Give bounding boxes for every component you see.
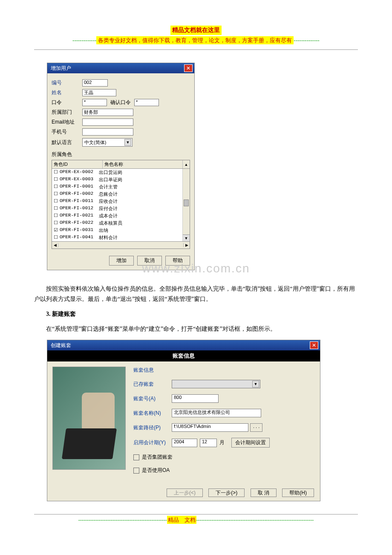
paragraph: 按照实验资料依次输入每位操作员的信息。全部操作员信息输入完毕，单击“取消”按钮，… — [34, 284, 358, 304]
scrollbar[interactable]: ▼ — [182, 169, 190, 241]
header-rule — [34, 49, 358, 50]
titlebar: 增加用户 ✕ — [47, 63, 194, 73]
role-row: ☐OPER-FI-0001会计主管 — [52, 183, 190, 191]
add-button[interactable]: 增加 — [109, 256, 134, 266]
col-role-id: 角色ID — [52, 160, 103, 168]
id-label: 编号 — [52, 79, 82, 87]
name-input[interactable]: 王晶 — [82, 89, 116, 96]
path-label: 账套路径(P) — [133, 424, 172, 431]
doc-header: 精品文档就在这里 -------------各类专业好文档，值得你下载，教育，管… — [34, 26, 358, 44]
oa-label: 是否使用OA — [142, 467, 170, 474]
lang-select[interactable]: 中文(简体)▼ — [82, 138, 133, 147]
dialog-title: 创建账套 — [51, 342, 71, 349]
dept-label: 所属部门 — [52, 109, 82, 116]
role-row: ☐OPER-FI-0041材料会计 — [52, 234, 190, 241]
pwd-input[interactable]: * — [82, 99, 107, 106]
doc-footer: ----------------------------------------… — [34, 514, 358, 524]
period-label: 启用会计期(Y) — [133, 439, 172, 446]
code-label: 账套号(A) — [133, 395, 172, 402]
section-bar: 账套信息 — [47, 350, 320, 361]
help-button[interactable]: 帮助(H) — [282, 489, 314, 497]
confirm-pwd-label: 确认口令 — [110, 99, 131, 106]
confirm-pwd-input[interactable]: * — [134, 99, 159, 106]
section-title: 3. 新建账套 — [46, 310, 358, 318]
name-label: 账套名称(N) — [133, 410, 172, 417]
period-button[interactable]: 会计期间设置 — [231, 438, 270, 448]
chevron-down-icon: ▼ — [252, 381, 259, 387]
role-row: ☐OPER-FI-0012应付会计 — [52, 205, 190, 212]
close-icon[interactable]: ✕ — [184, 64, 193, 72]
role-row: ☐OPER-EX-0002出口货运岗 — [52, 169, 190, 176]
scroll-up-icon[interactable]: ▲ — [182, 160, 190, 168]
add-user-dialog: 增加用户 ✕ 编号002 姓名王晶 口令*确认口令* 所属部门财务部 Email… — [47, 63, 195, 270]
cancel-button[interactable]: 取 消 — [251, 489, 277, 497]
doc-title: 精品文档就在这里 — [170, 26, 222, 35]
col-role-name: 角色名称 — [103, 160, 182, 168]
month-unit: 月 — [219, 439, 225, 446]
year-input[interactable]: 2004 — [172, 439, 197, 447]
exist-label: 已存账套 — [133, 381, 172, 388]
close-icon[interactable]: ✕ — [310, 341, 318, 349]
h-scrollbar[interactable]: ◀▶ — [52, 241, 190, 249]
roles-body: ☐OPER-EX-0002出口货运岗 ☐OPER-EX-0003出口单证岗 ☐O… — [52, 169, 190, 241]
month-input[interactable]: 12 — [200, 439, 217, 447]
role-row: ☐OPER-FI-0002总账会计 — [52, 191, 190, 198]
roles-table: 角色ID 角色名称 ▲ ☐OPER-EX-0002出口货运岗 ☐OPER-EX-… — [52, 160, 190, 249]
phone-input[interactable] — [82, 128, 133, 136]
group-checkbox[interactable] — [133, 454, 139, 460]
name-label: 姓名 — [52, 89, 82, 96]
code-input[interactable]: 800 — [172, 394, 219, 403]
exist-select: ▼ — [172, 380, 260, 388]
role-row: ☐OPER-EX-0003出口单证岗 — [52, 176, 190, 183]
browse-button[interactable]: . . . — [250, 423, 262, 432]
create-account-dialog: 创建账套 ✕ 账套信息 账套信息 已存账套▼ 账套号(A)800 账套名称(N)… — [47, 340, 320, 501]
prev-button: 上一步(<) — [167, 489, 203, 497]
email-input[interactable] — [82, 119, 133, 126]
roles-header: 所属角色 — [52, 151, 190, 158]
role-row: ☐OPER-FI-0011应收会计 — [52, 198, 190, 205]
pwd-label: 口令 — [52, 99, 82, 106]
next-button[interactable]: 下一步(>) — [208, 489, 245, 497]
group-label: 是否集团账套 — [142, 454, 173, 461]
email-label: Email地址 — [52, 119, 82, 126]
name-input[interactable]: 北京阳光信息技术有限公司 — [172, 409, 261, 417]
phone-label: 手机号 — [52, 128, 82, 136]
titlebar: 创建账套 ✕ — [47, 340, 320, 350]
role-row: ☑OPER-FI-0031出纳 — [52, 227, 190, 234]
lang-label: 默认语言 — [52, 139, 82, 146]
dialog-title: 增加用户 — [51, 65, 71, 72]
dept-input[interactable]: 财务部 — [82, 109, 133, 116]
wizard-image — [52, 367, 126, 470]
role-row: ☐OPER-FI-0022成本核算员 — [52, 220, 190, 227]
watermark: www.zixin.com.cn — [34, 262, 358, 275]
path-input[interactable]: f:\U8SOFT\Admin — [172, 423, 248, 432]
role-row: ☐OPER-FI-0021成本会计 — [52, 212, 190, 220]
scroll-down-icon: ▼ — [183, 234, 190, 241]
paragraph: 在“系统管理”窗口选择“账套”菜单中的“建立”命令，打开“创建账套”对话框，如图… — [34, 324, 358, 334]
chevron-down-icon: ▼ — [124, 139, 131, 146]
form-heading: 账套信息 — [133, 367, 315, 374]
id-input[interactable]: 002 — [82, 79, 108, 87]
oa-checkbox[interactable] — [133, 468, 139, 474]
